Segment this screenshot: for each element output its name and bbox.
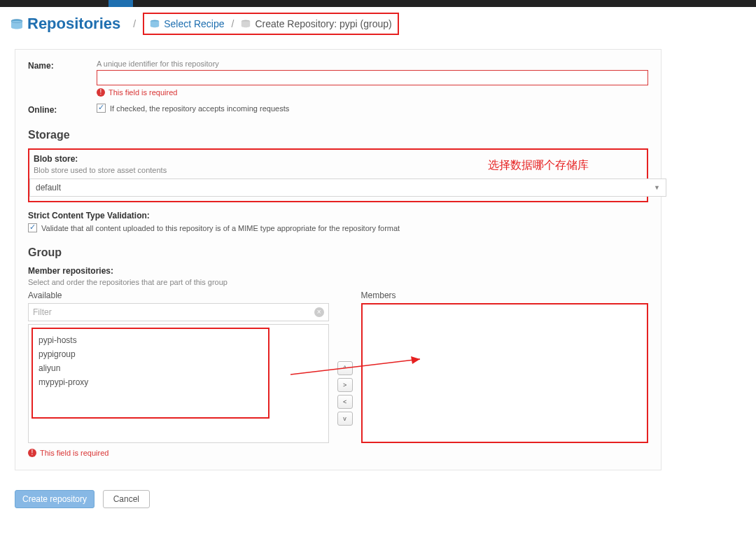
database-icon [10, 19, 23, 29]
members-label: Members [361, 290, 648, 300]
move-buttons: ^ > < v [337, 330, 353, 457]
list-item[interactable]: pypi-hosts [38, 333, 262, 347]
active-tab-indicator [108, 0, 133, 7]
name-label: Name: [28, 59, 97, 71]
name-error-text: This field is required [108, 88, 177, 97]
online-field-row: Online: If checked, the repository accep… [28, 104, 648, 115]
list-item[interactable]: aliyun [38, 361, 262, 375]
available-label: Available [28, 290, 329, 300]
storage-section-head: Storage [28, 129, 648, 141]
move-bottom-button[interactable]: v [337, 412, 353, 426]
list-item[interactable]: mypypi-proxy [38, 375, 262, 389]
online-label: Online: [28, 104, 97, 115]
move-top-button[interactable]: ^ [337, 361, 353, 375]
breadcrumb-sep: / [232, 18, 234, 29]
move-left-button[interactable]: < [337, 395, 353, 409]
filter-placeholder: Filter [33, 307, 52, 317]
breadcrumb-current: Create Repository: pypi (group) [255, 18, 391, 29]
members-list[interactable] [361, 303, 648, 443]
breadcrumb-select-recipe[interactable]: Select Recipe [164, 18, 224, 29]
name-error: ! This field is required [97, 88, 648, 97]
breadcrumb-sep: / [133, 18, 136, 29]
form-panel: Name: A unique identifier for this repos… [15, 49, 662, 470]
blob-store-annotation: 选择数据哪个存储库 [488, 158, 589, 173]
database-icon [150, 20, 160, 28]
breadcrumb-highlight: Select Recipe / Create Repository: pypi … [143, 13, 399, 35]
database-icon [241, 20, 251, 28]
members-error: ! This field is required [28, 449, 329, 457]
clear-filter-icon[interactable]: × [314, 307, 324, 317]
create-repository-button[interactable]: Create repository [15, 490, 94, 508]
chevron-down-icon: ▼ [654, 184, 660, 191]
page-title[interactable]: Repositories [27, 15, 120, 33]
list-item[interactable]: pypigroup [38, 347, 262, 361]
footer-buttons: Create repository Cancel [15, 490, 746, 508]
strict-validation-text: Validate that all content uploaded to th… [41, 224, 400, 232]
dual-list: Available Filter × pypi-hosts pypigroup … [28, 290, 648, 457]
member-repos-label: Member repositories: [28, 266, 648, 276]
name-help: A unique identifier for this repository [97, 59, 648, 68]
online-checkbox[interactable] [97, 104, 106, 113]
blob-store-block: Blob store: Blob store used to store ass… [28, 148, 648, 202]
strict-validation-label: Strict Content Type Validation: [28, 211, 648, 220]
available-highlight: pypi-hosts pypigroup aliyun mypypi-proxy [31, 328, 270, 419]
available-list[interactable]: pypi-hosts pypigroup aliyun mypypi-proxy [28, 324, 329, 443]
blob-store-value: default [36, 183, 61, 192]
name-field-row: Name: A unique identifier for this repos… [28, 59, 648, 97]
error-icon: ! [28, 449, 36, 457]
error-icon: ! [97, 88, 105, 97]
available-filter[interactable]: Filter × [28, 303, 329, 321]
move-right-button[interactable]: > [337, 378, 353, 392]
group-section-head: Group [28, 246, 648, 259]
member-repos-help: Select and order the repositories that a… [28, 278, 648, 286]
name-input[interactable] [97, 70, 648, 85]
cancel-button[interactable]: Cancel [103, 490, 150, 508]
strict-validation-checkbox[interactable] [28, 223, 37, 232]
members-error-text: This field is required [40, 449, 108, 457]
blob-store-select[interactable]: default ▼ [29, 178, 666, 197]
online-check-label: If checked, the repository accepts incom… [110, 104, 289, 113]
breadcrumb: Repositories / Select Recipe / Create Re… [10, 7, 746, 41]
